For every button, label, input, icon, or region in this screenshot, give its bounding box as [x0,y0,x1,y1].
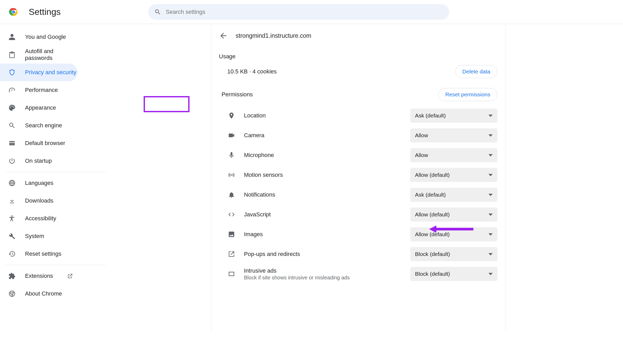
ads-icon [228,270,235,278]
permission-select-intrusive-ads[interactable]: Block (default) [410,267,497,281]
delete-data-button[interactable]: Delete data [455,65,497,78]
sidebar-item-autofill[interactable]: Autofill and passwords [0,46,78,64]
chevron-down-icon [488,214,493,216]
motion-sensors-icon [228,171,235,179]
search-icon [154,9,161,15]
sidebar-item-label: Downloads [25,197,53,204]
sidebar-item-label: Autofill and passwords [25,48,78,61]
permissions-header: Permissions Reset permissions [211,86,505,106]
sidebar-item-extensions[interactable]: Extensions [0,267,78,285]
panel-header: strongmind1.instructure.com [211,29,505,48]
extension-icon [8,272,16,280]
chevron-down-icon [488,233,493,236]
back-arrow-icon[interactable] [219,31,228,40]
sidebar-item-label: About Chrome [25,290,62,297]
sidebar-item-on-startup[interactable]: On startup [0,152,78,170]
magnifier-icon [8,122,16,129]
sidebar-item-default-browser[interactable]: Default browser [0,134,78,152]
history-icon [8,250,16,258]
permission-row-camera: Camera Allow [211,125,505,145]
sidebar-item-about-chrome[interactable]: About Chrome [0,285,78,303]
permission-row-notifications: Notifications Ask (default) [211,185,505,205]
popup-icon [228,250,235,258]
camera-icon [228,132,235,139]
open-in-new-icon [67,273,73,279]
chevron-down-icon [488,194,493,196]
header-left: Settings [0,7,141,17]
sidebar-item-privacy-security[interactable]: Privacy and security [0,64,78,81]
permission-select-notifications[interactable]: Ask (default) [410,188,497,202]
accessibility-icon [8,215,16,222]
sidebar-item-label: You and Google [25,34,66,40]
permission-row-motion-sensors: Motion sensors Allow (default) [211,165,505,185]
search-field[interactable] [148,4,449,20]
wrench-icon [8,233,16,240]
sidebar-item-label: On startup [25,158,52,164]
permission-label: Pop-ups and redirects [244,251,300,258]
permission-sublabel: Block if site shows intrusive or mislead… [244,275,350,281]
sidebar-item-label: Appearance [25,104,56,111]
sidebar-item-reset-settings[interactable]: Reset settings [0,245,78,263]
window-icon [8,140,16,147]
sidebar-item-label: Accessibility [25,215,56,222]
code-icon [228,211,235,218]
permission-row-images: Images Allow (default) [211,224,505,244]
clipboard-icon [8,51,16,58]
sidebar-item-downloads[interactable]: Downloads [0,192,78,210]
sidebar-item-label: Default browser [25,140,65,147]
permission-select-microphone[interactable]: Allow [410,148,497,162]
settings-sidebar: You and Google Autofill and passwords Pr… [0,24,109,331]
permission-row-intrusive-ads: Intrusive ads Block if site shows intrus… [211,264,505,284]
sidebar-item-accessibility[interactable]: Accessibility [0,210,78,227]
bell-icon [228,191,235,198]
permission-row-location: Location Ask (default) [211,106,505,125]
permission-label: Motion sensors [244,172,283,178]
sidebar-divider [6,265,105,265]
sidebar-item-label: Privacy and security [25,69,76,76]
permission-select-motion-sensors[interactable]: Allow (default) [410,168,497,182]
permission-select-popups[interactable]: Block (default) [410,247,497,261]
reset-permissions-button[interactable]: Reset permissions [438,88,497,101]
site-settings-panel: strongmind1.instructure.com Usage 10.5 K… [211,24,505,331]
permission-label: Camera [244,132,264,139]
permission-select-javascript[interactable]: Allow (default) [410,208,497,222]
power-icon [8,157,16,165]
sidebar-item-label: Reset settings [25,250,61,257]
usage-section-label: Usage [211,48,505,65]
svg-point-5 [231,174,232,176]
permission-label: Images [244,231,263,238]
svg-point-2 [12,10,15,14]
search-input[interactable] [166,9,443,15]
globe-icon [8,179,16,187]
permission-label: JavaScript [244,211,271,218]
site-host-label: strongmind1.instructure.com [236,32,311,39]
permission-select-camera[interactable]: Allow [410,128,497,142]
sidebar-item-search-engine[interactable]: Search engine [0,117,78,134]
sidebar-item-label: Search engine [25,122,62,129]
sidebar-item-label: Performance [25,87,58,93]
sidebar-item-appearance[interactable]: Appearance [0,99,78,117]
chevron-down-icon [488,154,493,156]
permission-label: Location [244,112,266,119]
permission-row-popups: Pop-ups and redirects Block (default) [211,244,505,264]
chevron-down-icon [488,174,493,176]
sidebar-divider [6,172,105,172]
app-title: Settings [29,7,61,17]
permission-select-location[interactable]: Ask (default) [410,109,497,123]
app-header: Settings [0,0,623,24]
person-icon [8,33,16,41]
usage-summary: 10.5 KB · 4 cookies [227,68,277,75]
chrome-logo-icon [8,7,19,17]
permission-label: Notifications [244,191,275,198]
chevron-down-icon [488,134,493,137]
permission-row-microphone: Microphone Allow [211,145,505,165]
permission-select-images[interactable]: Allow (default) [410,227,497,241]
sidebar-item-label: System [25,233,44,240]
permission-label: Microphone [244,152,274,159]
microphone-icon [228,152,235,159]
sidebar-item-system[interactable]: System [0,227,78,245]
sidebar-item-performance[interactable]: Performance [0,81,78,99]
sidebar-item-you-and-google[interactable]: You and Google [0,28,78,46]
shield-icon [8,69,16,76]
sidebar-item-languages[interactable]: Languages [0,174,78,192]
